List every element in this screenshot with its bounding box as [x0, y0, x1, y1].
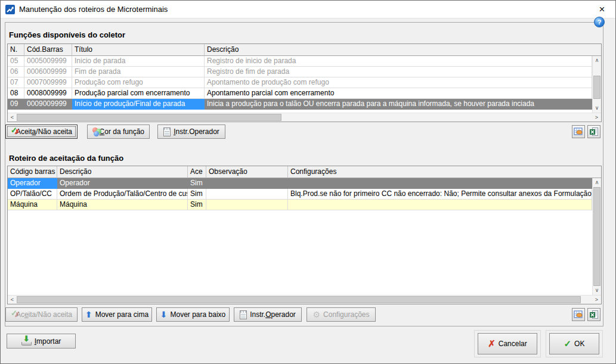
window-title: Manutenção dos roteiros de Microterminai…	[19, 5, 168, 14]
scrollbar-thumb[interactable]	[593, 76, 600, 99]
table-row[interactable]: 05 0005009999 Inicio de parada Registro …	[8, 56, 592, 67]
importar-button[interactable]: ⬇ Importar	[7, 334, 76, 349]
functions-table-header: N. Cód.Barras Título Descrição	[8, 44, 601, 56]
vertical-scrollbar[interactable]: ∧ ∨	[592, 178, 601, 295]
app-icon	[5, 5, 15, 14]
check-cross-icon: ✓✗	[11, 127, 13, 136]
aceita-nao-aceita-button-2: ✓✗ Aceita/Não aceita	[5, 307, 78, 322]
table-row[interactable]: OP/Talão/CC Ordem de Produção/Talão/Cent…	[8, 189, 592, 200]
excel-icon	[589, 127, 599, 136]
horizontal-scrollbar[interactable]: < >	[8, 295, 601, 304]
up-arrow-icon: ⬆	[85, 310, 92, 319]
scroll-left-icon[interactable]: <	[8, 113, 17, 122]
horizontal-scrollbar[interactable]: < >	[8, 113, 601, 122]
aceita-nao-aceita-button[interactable]: ✓✗ Aceita/Não aceita	[5, 125, 78, 139]
col-header-titulo[interactable]: Título	[72, 44, 205, 56]
export-excel-button[interactable]	[587, 125, 600, 138]
gear-icon: ⚙	[313, 310, 321, 319]
notepad-icon	[163, 127, 171, 136]
scrollbar-track[interactable]	[17, 113, 592, 122]
vertical-scrollbar[interactable]: ∧ ∨	[592, 56, 601, 113]
scrollbar-thumb[interactable]	[17, 114, 281, 121]
col-header-descricao[interactable]: Descrição	[57, 166, 188, 178]
grid-view-button-2[interactable]	[572, 308, 585, 321]
table-empty-area	[8, 210, 592, 295]
scrollbar-thumb[interactable]	[17, 296, 581, 303]
cancel-button[interactable]: ✗ Cancelar	[478, 333, 537, 354]
scrollbar-track[interactable]	[593, 187, 601, 286]
scroll-down-icon[interactable]: ∨	[593, 286, 601, 295]
down-arrow-icon: ⬇	[160, 310, 168, 319]
roteiro-table: Código barras Descrição Ace Observação C…	[7, 166, 602, 304]
scrollbar-track[interactable]	[17, 295, 592, 304]
table-row-selected[interactable]: 09 0009009999 Início de produção/Final d…	[8, 99, 592, 110]
table-row[interactable]: 08 0008009999 Produção parcial com encer…	[8, 88, 592, 99]
scroll-down-icon[interactable]: ∨	[593, 104, 601, 113]
table-row-selected[interactable]: Operador Operador Sim	[8, 178, 592, 189]
col-header-barcode[interactable]: Cód.Barras	[24, 44, 72, 56]
instr-operador-button[interactable]: Instr.Operador	[157, 125, 225, 139]
instr-operador-button-2[interactable]: Instr.Operador	[234, 307, 302, 322]
scrollbar-track[interactable]	[593, 65, 601, 104]
scroll-left-icon[interactable]: <	[8, 295, 17, 304]
scrollbar-thumb[interactable]	[593, 187, 600, 286]
table-row[interactable]: 06 0006009999 Fim de parada Registro de …	[8, 67, 592, 77]
scroll-up-icon[interactable]: ∧	[593, 178, 601, 187]
col-header-codigo-barras[interactable]: Código barras	[8, 166, 57, 178]
excel-icon	[589, 310, 599, 319]
mover-para-baixo-button[interactable]: ⬇ Mover para baixo	[156, 307, 230, 322]
cancel-x-icon: ✗	[488, 338, 496, 349]
title-bar: Manutenção dos roteiros de Microterminai…	[1, 1, 615, 18]
color-circles-icon	[92, 127, 97, 136]
table-row[interactable]: Máquina Máquina Sim	[8, 200, 592, 210]
check-cross-icon: ✓✗	[11, 310, 13, 319]
mover-para-cima-button[interactable]: ⬆ Mover para cima	[82, 307, 152, 322]
col-header-ace[interactable]: Ace	[188, 166, 206, 178]
col-header-descricao[interactable]: Descrição	[205, 44, 601, 56]
ok-button[interactable]: ✓ OK	[549, 333, 599, 354]
section-functions-title: Funções disponíveis do coletor	[9, 30, 125, 39]
table-row[interactable]: 07 0007009999 Produção com refugo Aponta…	[8, 77, 592, 88]
dialog-window: Manutenção dos roteiros de Microterminai…	[0, 0, 616, 364]
scroll-right-icon[interactable]: >	[592, 113, 601, 122]
scroll-up-icon[interactable]: ∧	[593, 56, 601, 65]
col-header-configuracoes[interactable]: Configurações	[288, 166, 601, 178]
section-roteiro-title: Roteiro de aceitação da função	[9, 154, 123, 163]
import-icon: ⬇	[21, 337, 32, 346]
grid-hand-icon	[574, 310, 583, 319]
ok-check-icon: ✓	[564, 338, 572, 349]
close-icon[interactable]: ×	[589, 1, 615, 18]
export-excel-button-2[interactable]	[587, 308, 600, 321]
roteiro-table-header: Código barras Descrição Ace Observação C…	[8, 166, 601, 178]
functions-table: N. Cód.Barras Título Descrição 05 000500…	[7, 43, 602, 122]
cor-da-funcao-button[interactable]: Cor da função	[87, 125, 150, 139]
grid-hand-icon	[574, 127, 583, 136]
notepad-icon	[240, 310, 247, 319]
configuracoes-button: ⚙ Configurações	[307, 307, 376, 322]
col-header-n[interactable]: N.	[8, 44, 24, 56]
col-header-observacao[interactable]: Observação	[206, 166, 288, 178]
grid-view-button[interactable]	[572, 125, 585, 138]
help-icon[interactable]: ?	[594, 17, 605, 27]
scroll-right-icon[interactable]: >	[592, 295, 601, 304]
